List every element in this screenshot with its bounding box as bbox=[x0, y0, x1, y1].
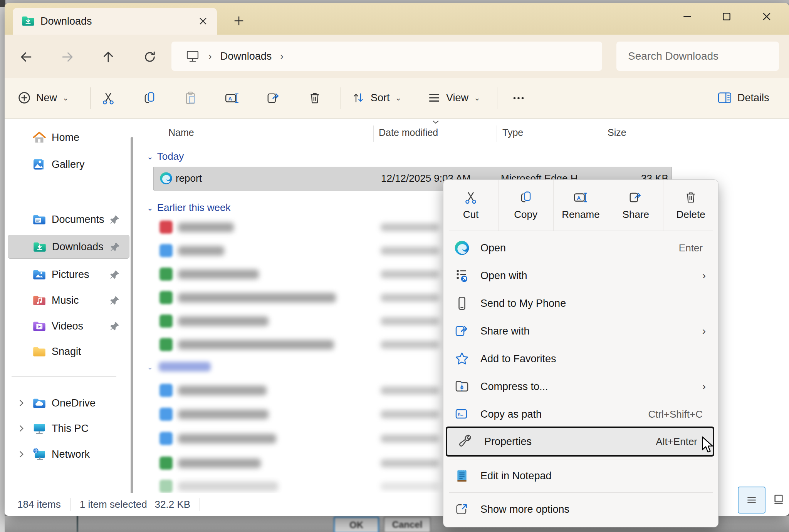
column-separator[interactable] bbox=[497, 125, 497, 142]
group-header-today[interactable]: ⌄ Today bbox=[147, 151, 184, 162]
videos-folder-icon bbox=[32, 320, 46, 333]
refresh-icon[interactable] bbox=[141, 49, 158, 65]
word-file-icon bbox=[159, 244, 173, 257]
toolbar-separator bbox=[341, 87, 341, 109]
shortcut-label: Enter bbox=[679, 242, 703, 254]
sidebar-item-downloads[interactable]: Downloads bbox=[8, 235, 129, 259]
sidebar-item-music[interactable]: Music bbox=[8, 289, 129, 312]
menu-item-send-to-my-phone[interactable]: Send to My Phone bbox=[443, 289, 718, 317]
menu-item-copy-as-path[interactable]: \\.. Copy as path Ctrl+Shift+C bbox=[443, 400, 718, 428]
sidebar-item-home[interactable]: Home bbox=[8, 126, 129, 149]
sidebar-item-documents[interactable]: Documents bbox=[8, 208, 129, 231]
blurred-file-name bbox=[178, 482, 278, 491]
gallery-icon bbox=[32, 158, 46, 171]
sidebar-item-this-pc[interactable]: This PC bbox=[8, 417, 129, 440]
column-separator[interactable] bbox=[373, 125, 374, 142]
item-count: 184 items bbox=[17, 499, 61, 510]
menu-item-properties[interactable]: Properties Alt+Enter bbox=[446, 427, 714, 457]
search-input[interactable] bbox=[616, 50, 768, 63]
context-menu: Cut Copy A Rename bbox=[443, 179, 718, 527]
column-separator[interactable] bbox=[672, 125, 672, 142]
chevron-down-icon: ⌄ bbox=[147, 203, 153, 212]
menu-item-open[interactable]: Open Enter bbox=[443, 234, 718, 262]
view-button[interactable]: View ⌄ bbox=[428, 86, 480, 110]
chevron-right-icon[interactable] bbox=[16, 423, 26, 433]
copy-icon bbox=[142, 91, 157, 105]
chevron-right-icon[interactable] bbox=[16, 398, 26, 408]
delete-menu-button[interactable]: Delete bbox=[663, 180, 718, 231]
pin-icon bbox=[109, 321, 120, 331]
blurred-file-name bbox=[178, 434, 276, 443]
back-icon[interactable] bbox=[18, 49, 35, 65]
pin-icon bbox=[109, 214, 120, 225]
menu-item-share-with[interactable]: Share with › bbox=[443, 317, 718, 345]
new-button[interactable]: New ⌄ bbox=[18, 86, 69, 110]
chevron-right-icon[interactable] bbox=[16, 449, 26, 459]
pin-icon bbox=[109, 269, 120, 280]
group-header-earlier-this-week[interactable]: ⌄ Earlier this week bbox=[147, 202, 231, 214]
sidebar-item-pictures[interactable]: Pictures bbox=[8, 263, 129, 286]
thumbnail-view-toggle[interactable] bbox=[765, 487, 789, 512]
delete-button[interactable] bbox=[304, 87, 326, 109]
tab-close-icon[interactable] bbox=[196, 14, 210, 28]
search-icon bbox=[768, 50, 768, 62]
column-separator[interactable] bbox=[602, 125, 602, 142]
blurred-file-name bbox=[178, 410, 269, 419]
blurred-date bbox=[381, 270, 439, 278]
menu-item-edit-in-notepad[interactable]: Edit in Notepad bbox=[443, 462, 718, 490]
breadcrumb-chevron-icon[interactable]: › bbox=[280, 50, 284, 62]
new-tab-button[interactable] bbox=[230, 12, 248, 30]
details-view-toggle[interactable] bbox=[738, 487, 765, 514]
forward-icon[interactable] bbox=[59, 49, 76, 65]
column-header-type[interactable]: Type bbox=[502, 127, 523, 138]
rename-button[interactable]: A bbox=[221, 87, 243, 109]
pictures-folder-icon bbox=[32, 268, 46, 281]
sidebar-item-videos[interactable]: Videos bbox=[8, 315, 129, 338]
menu-item-show-more-options[interactable]: Show more options bbox=[443, 495, 718, 523]
copy-menu-button[interactable]: Copy bbox=[499, 180, 554, 231]
column-header-date-modified[interactable]: Date modified bbox=[379, 127, 438, 138]
sidebar-scrollbar[interactable] bbox=[131, 137, 133, 500]
column-header-name[interactable]: Name bbox=[168, 127, 194, 138]
share-button[interactable] bbox=[263, 87, 284, 109]
sidebar-item-onedrive[interactable]: OneDrive bbox=[8, 391, 129, 415]
delete-icon bbox=[684, 190, 698, 205]
paste-button[interactable] bbox=[180, 87, 201, 109]
rename-menu-button[interactable]: A Rename bbox=[554, 180, 609, 231]
breadcrumb-downloads[interactable]: Downloads bbox=[220, 50, 272, 62]
share-menu-button[interactable]: Share bbox=[608, 180, 663, 231]
background-cancel-button[interactable]: Cancel bbox=[384, 517, 431, 532]
sidebar-item-snagit[interactable]: Snagit bbox=[8, 340, 129, 363]
excel-file-icon bbox=[159, 338, 173, 351]
up-icon[interactable] bbox=[100, 49, 117, 65]
blurred-date bbox=[381, 386, 439, 395]
chevron-down-icon: ⌄ bbox=[147, 152, 153, 161]
more-options-button[interactable] bbox=[508, 87, 529, 109]
minimize-button[interactable] bbox=[675, 5, 700, 28]
sort-button[interactable]: Sort ⌄ bbox=[351, 86, 401, 110]
cut-menu-button[interactable]: Cut bbox=[443, 180, 499, 231]
group-header-last-week[interactable]: ⌄ bbox=[147, 362, 211, 371]
copy-button[interactable] bbox=[139, 87, 160, 109]
maximize-button[interactable] bbox=[714, 5, 739, 28]
address-bar[interactable]: › Downloads › bbox=[171, 42, 602, 71]
menu-item-compress-to[interactable]: Compress to... › bbox=[443, 373, 718, 400]
background-ok-button[interactable]: OK bbox=[334, 517, 379, 532]
sidebar-item-network[interactable]: Network bbox=[8, 443, 129, 466]
menu-item-open-with[interactable]: Open with › bbox=[443, 262, 718, 289]
close-button[interactable] bbox=[754, 5, 779, 28]
tab-downloads[interactable]: Downloads bbox=[13, 8, 217, 35]
blurred-date bbox=[381, 223, 439, 231]
details-pane-button[interactable]: Details bbox=[717, 86, 769, 110]
downloads-folder-icon bbox=[33, 240, 47, 253]
menu-item-add-to-favorites[interactable]: Add to Favorites bbox=[443, 345, 718, 373]
cut-button[interactable] bbox=[97, 87, 119, 109]
search-box[interactable] bbox=[616, 42, 779, 71]
sort-direction-icon[interactable] bbox=[431, 119, 440, 125]
sidebar-item-gallery[interactable]: Gallery bbox=[8, 153, 129, 176]
sort-icon bbox=[351, 91, 365, 105]
view-label: View bbox=[446, 92, 468, 104]
menu-divider bbox=[449, 231, 713, 231]
background-dialog-edge bbox=[77, 516, 78, 532]
column-header-size[interactable]: Size bbox=[608, 127, 626, 138]
